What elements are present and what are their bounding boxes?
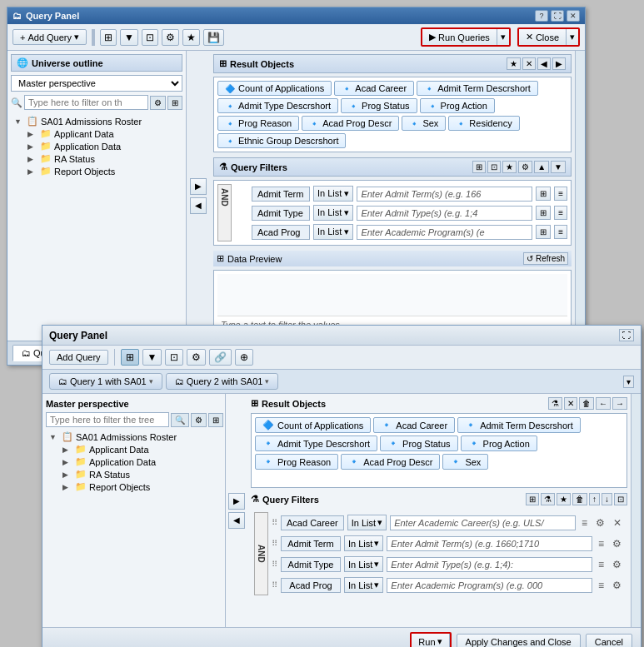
footer-cancel-button[interactable]: Cancel — [586, 634, 632, 648]
close-button[interactable]: ✕ Close — [519, 29, 567, 45]
bottom-search-config[interactable]: ⚙ — [191, 413, 207, 427]
bottom-ro-filter-btn[interactable]: ⚗ — [548, 397, 562, 410]
filter-op-admit-type[interactable]: In List ▾ — [313, 205, 353, 221]
bottom-search-btn[interactable]: 🔍 — [171, 413, 189, 427]
filter-edit-btn-2[interactable]: ⊞ — [536, 206, 551, 220]
bottom-maximize-btn[interactable]: ⛶ — [619, 329, 634, 341]
filter-delete-btn-3[interactable]: ≡ — [554, 225, 567, 239]
drag-handle[interactable]: ⠿ — [272, 580, 277, 590]
help-button[interactable]: ⛶ — [551, 10, 564, 22]
tree-application-data[interactable]: ▶ 📁 Application Data — [27, 140, 182, 152]
bottom-toolbar-icon1[interactable]: ⊞ — [121, 349, 139, 366]
result-nav-right-btn[interactable]: ▶ — [552, 57, 566, 70]
chip-acad-prog-descr[interactable]: 🔹 Acad Prog Descr — [302, 116, 399, 131]
filter-op-acad-prog[interactable]: In List ▾ — [313, 224, 353, 240]
qf-action-expand[interactable]: ⊡ — [614, 493, 627, 505]
filter-edit-btn-1[interactable]: ⊞ — [536, 187, 551, 201]
close-x-button[interactable]: ✕ — [567, 10, 580, 22]
filter-op-acad-career[interactable]: In List ▾ — [347, 515, 387, 530]
bottom-chip-acad-career[interactable]: 🔹 Acad Career — [373, 417, 455, 433]
filter-settings-icon[interactable]: ⚙ — [610, 537, 624, 550]
footer-run-button[interactable]: Run ▾ — [412, 634, 449, 647]
filter-value-acad-career[interactable]: Enter Academic Career(s) (e.g. ULS/ — [390, 515, 576, 530]
bottom-ro-right-btn[interactable]: → — [612, 397, 627, 410]
bottom-tree-root[interactable]: ▼ 📋 SA01 Admissions Roster — [49, 431, 222, 443]
filter-close-icon[interactable]: ✕ — [611, 516, 624, 530]
filter-value-admit-type[interactable]: Enter Admit Type(s) (e.g. 1;4): — [387, 557, 592, 572]
qf-action-up[interactable]: ↑ — [589, 493, 600, 505]
bottom-chip-sex[interactable]: 🔹 Sex — [442, 454, 488, 470]
chip-prog-action[interactable]: 🔹 Prog Action — [420, 98, 495, 113]
bottom-query-tab-2[interactable]: 🗂 Query 2 with SA01 ▾ — [166, 373, 279, 390]
bottom-tree-report[interactable]: ▶ 📁 Report Objects — [62, 480, 222, 493]
tree-root-item[interactable]: ▼ 📋 SA01 Admissions Roster — [14, 115, 182, 127]
bottom-chip-count[interactable]: 🔷 Count of Applications — [255, 417, 371, 433]
run-queries-button[interactable]: ▶ Run Queries — [422, 29, 497, 45]
run-queries-dropdown[interactable]: ▾ — [497, 29, 509, 45]
drag-handle[interactable]: ⠿ — [272, 539, 277, 548]
chip-admit-type[interactable]: 🔹 Admit Type Descrshort — [217, 98, 338, 113]
filter-settings-icon[interactable]: ⚙ — [610, 558, 624, 571]
drag-handle[interactable]: ⠿ — [272, 560, 277, 569]
bottom-toolbar-icon3[interactable]: ⊡ — [165, 349, 183, 366]
perspective-dropdown[interactable]: Master perspective — [11, 75, 182, 92]
filter-list-icon[interactable]: ≡ — [579, 516, 590, 530]
filter-value-admit-term[interactable]: Enter Admit Term(s) (e.g. 166 — [357, 187, 532, 202]
bottom-toolbar-icon6[interactable]: ⊕ — [235, 349, 253, 366]
bottom-toolbar-icon4[interactable]: ⚙ — [187, 349, 206, 366]
bottom-nav-right[interactable]: ▶ — [228, 493, 245, 510]
bottom-chip-prog-action[interactable]: 🔹 Prog Action — [461, 435, 537, 451]
bottom-tree-application[interactable]: ▶ 📁 Application Data — [62, 455, 222, 468]
chip-ethnic[interactable]: 🔹 Ethnic Group Descrshort — [217, 133, 346, 148]
tree-report-objects[interactable]: ▶ 📁 Report Objects — [27, 165, 182, 177]
toolbar-link-icon[interactable]: ⚙ — [162, 29, 179, 46]
bottom-chip-prog-reason[interactable]: 🔹 Prog Reason — [255, 454, 338, 470]
add-query-button[interactable]: + Add Query ▾ — [12, 29, 87, 45]
filter-action-4[interactable]: ⚙ — [518, 161, 532, 173]
qf-action-down[interactable]: ↓ — [602, 493, 612, 505]
chip-count-applications[interactable]: 🔷 Count of Applications — [217, 81, 332, 96]
qf-action-delete[interactable]: 🗑 — [572, 493, 587, 505]
filter-action-2[interactable]: ⊡ — [487, 161, 501, 173]
filter-op-admit-type[interactable]: In List ▾ — [344, 556, 383, 572]
toolbar-star-icon[interactable]: ★ — [182, 29, 200, 46]
bottom-tree-applicant[interactable]: ▶ 📁 Applicant Data — [62, 443, 222, 455]
bottom-right-scrollbar[interactable] — [631, 394, 641, 627]
bottom-toolbar-icon5[interactable]: 🔗 — [209, 349, 232, 366]
toolbar-grid-icon[interactable]: ⊡ — [142, 29, 158, 46]
tree-applicant-data[interactable]: ▶ 📁 Applicant Data — [27, 127, 182, 140]
bottom-chip-admit-type[interactable]: 🔹 Admit Type Descrshort — [255, 435, 377, 451]
chip-acad-career[interactable]: 🔹 Acad Career — [334, 81, 414, 96]
bottom-ro-left-btn[interactable]: ← — [596, 397, 611, 410]
qf-action-2[interactable]: ⚗ — [541, 493, 555, 505]
nav-right-button[interactable]: ▶ — [190, 178, 207, 195]
toolbar-save-icon[interactable]: 💾 — [203, 29, 224, 46]
bottom-chip-admit-term[interactable]: 🔹 Admit Term Descrshort — [457, 417, 581, 433]
footer-apply-close-button[interactable]: Apply Changes and Close — [457, 634, 581, 648]
tree-search-input[interactable] — [24, 95, 148, 110]
filter-action-down[interactable]: ▼ — [551, 161, 566, 173]
close-dropdown[interactable]: ▾ — [567, 29, 578, 45]
filter-value-acad-prog[interactable]: Enter Academic Program(s) (e — [357, 225, 532, 240]
chip-admit-term[interactable]: 🔹 Admit Term Descrshort — [417, 81, 538, 96]
bottom-add-query-btn[interactable]: Add Query — [49, 350, 108, 365]
minimize-button[interactable]: ? — [535, 10, 548, 22]
filter-list-icon[interactable]: ≡ — [596, 579, 607, 592]
filter-op-acad-prog[interactable]: In List ▾ — [344, 577, 383, 593]
filter-delete-btn-1[interactable]: ≡ — [554, 187, 567, 201]
bottom-chip-prog-status[interactable]: 🔹 Prog Status — [380, 435, 457, 451]
filter-action-1[interactable]: ⊞ — [472, 161, 486, 173]
bottom-tabs-collapse-btn[interactable]: ▾ — [623, 376, 634, 388]
bottom-search-expand[interactable]: ⊞ — [208, 413, 223, 427]
nav-left-button[interactable]: ◀ — [190, 197, 207, 214]
toolbar-filter-icon[interactable]: ▼ — [120, 29, 138, 46]
search-config-btn[interactable]: ⚙ — [150, 96, 166, 110]
drag-handle[interactable]: ⠿ — [272, 518, 277, 527]
bottom-ro-delete-btn[interactable]: ✕ — [564, 397, 577, 410]
filter-value-admit-term[interactable]: Enter Admit Term(s) (e.g. 1660;1710 — [387, 536, 592, 551]
bottom-tree-ra-status[interactable]: ▶ 📁 RA Status — [62, 468, 222, 480]
result-delete-btn[interactable]: ✕ — [522, 57, 536, 70]
bottom-toolbar-icon2[interactable]: ▼ — [142, 349, 162, 366]
right-scrollbar[interactable] — [575, 51, 585, 341]
filter-list-icon[interactable]: ≡ — [596, 537, 607, 550]
